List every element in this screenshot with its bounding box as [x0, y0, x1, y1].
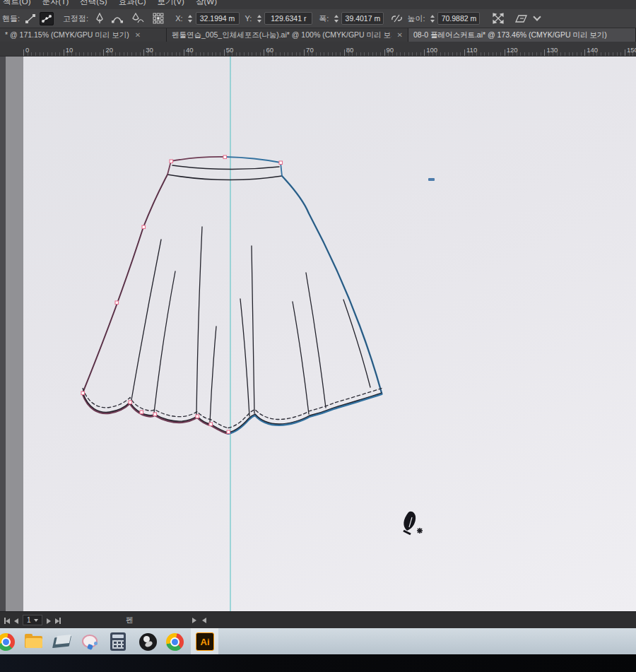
ruler-number: 110 — [466, 46, 477, 54]
convert-smooth-icon[interactable] — [40, 12, 54, 25]
x-stepper[interactable] — [187, 13, 194, 24]
close-icon[interactable]: ✕ — [135, 31, 141, 39]
anchors-label: 고정점: — [63, 13, 88, 24]
y-value-field[interactable]: 129.6341 r — [264, 12, 312, 25]
tab-document-2[interactable]: 펜툴연습_005_인체세포즈(나눔).ai* @ 100% (CMYK/GPU … — [167, 28, 408, 42]
menu-item[interactable]: 문자(T) — [42, 0, 69, 7]
convert-corner-icon[interactable] — [23, 12, 37, 25]
menu-item[interactable]: 창(W) — [196, 0, 217, 7]
first-artboard-icon[interactable] — [4, 614, 10, 627]
ruler-number: 60 — [266, 46, 273, 54]
chrome-icon-2[interactable] — [165, 632, 184, 652]
ruler-number: 50 — [226, 46, 234, 54]
ruler-major-tick — [143, 49, 144, 56]
ruler-number: 150 — [627, 46, 636, 54]
illustrator-window: 젝트(O)문자(T)선택(S)효과(C)보기(V)창(W) 핸들: 고정점: — [0, 0, 636, 672]
ruler-number: 20 — [105, 46, 113, 54]
ruler-number: 140 — [587, 46, 598, 54]
pen-tool-cursor — [404, 512, 423, 534]
ruler-major-tick — [23, 49, 24, 56]
y-stepper[interactable] — [255, 13, 263, 24]
horizontal-ruler[interactable]: 0102030405060708090100110120130140150 — [0, 42, 636, 57]
ruler-major-tick — [64, 49, 64, 56]
desk-surface — [0, 654, 636, 672]
prev-artboard-icon[interactable] — [14, 614, 18, 627]
menu-item[interactable]: 젝트(O) — [3, 0, 31, 7]
menu-item[interactable]: 선택(S) — [80, 0, 107, 7]
ruler-major-tick — [625, 49, 625, 56]
menu-item[interactable]: 효과(C) — [119, 0, 146, 7]
pen-curve-icon[interactable] — [131, 12, 145, 25]
ruler-number: 120 — [507, 46, 518, 54]
menu-item[interactable]: 보기(V) — [158, 0, 184, 7]
ruler-number: 130 — [546, 46, 558, 54]
handles-label: 핸들: — [2, 13, 20, 24]
ruler-major-tick — [584, 49, 585, 56]
status-bar: 1 펜 — [0, 611, 636, 628]
ruler-major-tick — [505, 49, 505, 56]
shear-icon[interactable] — [514, 12, 529, 25]
ruler-major-tick — [103, 49, 104, 56]
ruler-major-tick — [224, 49, 225, 56]
ruler-major-tick — [184, 49, 184, 56]
ruler-major-tick — [304, 49, 305, 56]
play-icon[interactable] — [192, 618, 196, 623]
y-label: Y: — [245, 14, 252, 23]
control-bar: 핸들: 고정점: X: — [0, 9, 636, 28]
tab-document-3-active[interactable]: 08-0 플레어스커트.ai* @ 173.46% (CMYK/GPU 미리 보… — [408, 28, 636, 42]
document-tab-bar: * @ 171.15% (CMYK/GPU 미리 보기) ✕ 펜툴연습_005_… — [0, 28, 636, 42]
x-label: X: — [175, 14, 182, 23]
ruler-number: 80 — [346, 46, 354, 54]
ruler-major-tick — [464, 49, 465, 56]
tab-document-1[interactable]: * @ 171.15% (CMYK/GPU 미리 보기) ✕ — [0, 28, 167, 42]
height-stepper[interactable] — [428, 13, 436, 24]
artboard-select[interactable]: 1 — [23, 615, 42, 625]
width-label: 폭: — [319, 13, 329, 24]
notebook-icon[interactable] — [52, 632, 72, 652]
chevron-down-icon — [34, 619, 38, 622]
next-artboard-icon[interactable] — [47, 614, 51, 627]
height-label: 높이: — [407, 13, 425, 24]
chevron-down-icon[interactable] — [534, 13, 541, 20]
ruler-major-tick — [344, 49, 345, 56]
current-tool-label: 펜 — [126, 615, 134, 625]
width-stepper[interactable] — [332, 13, 340, 24]
illustrator-icon[interactable]: Ai — [195, 632, 215, 652]
close-icon[interactable]: ✕ — [397, 31, 403, 39]
ruler-number: 100 — [426, 46, 437, 54]
skirt-line-art[interactable] — [0, 57, 636, 611]
menu-bar: 젝트(O)문자(T)선택(S)효과(C)보기(V)창(W) — [0, 0, 636, 9]
ruler-number: 10 — [66, 46, 73, 54]
last-artboard-icon[interactable] — [55, 614, 61, 627]
ruler-major-tick — [424, 49, 425, 56]
ruler-number: 90 — [387, 46, 394, 54]
file-explorer-icon[interactable] — [24, 632, 44, 652]
obs-icon[interactable] — [138, 632, 158, 652]
x-value-field[interactable]: 32.1994 m — [196, 12, 240, 25]
ruler-major-tick — [544, 49, 545, 56]
height-value-field[interactable]: 70.9882 m — [437, 12, 480, 25]
chrome-icon[interactable] — [0, 632, 16, 652]
back-icon[interactable] — [202, 618, 206, 623]
ruler-major-tick — [384, 49, 385, 56]
ruler-number: 40 — [186, 46, 194, 54]
align-grid-icon[interactable] — [151, 12, 165, 25]
pen-nib-icon[interactable] — [93, 12, 107, 25]
link-broken-icon[interactable] — [389, 12, 404, 25]
ruler-number: 30 — [146, 46, 153, 54]
curve-icon[interactable] — [110, 12, 124, 25]
ruler-number: 0 — [25, 46, 29, 54]
calculator-icon[interactable] — [108, 632, 128, 652]
stray-blue-object[interactable] — [428, 178, 435, 181]
windows-taskbar: Ai — [0, 628, 636, 654]
canvas-workspace[interactable] — [0, 57, 636, 611]
ruler-major-tick — [264, 49, 264, 56]
width-value-field[interactable]: 39.4017 m — [341, 12, 384, 25]
ruler-number: 70 — [306, 46, 314, 54]
paint-icon[interactable] — [81, 632, 100, 652]
transform-icon[interactable] — [491, 12, 505, 25]
